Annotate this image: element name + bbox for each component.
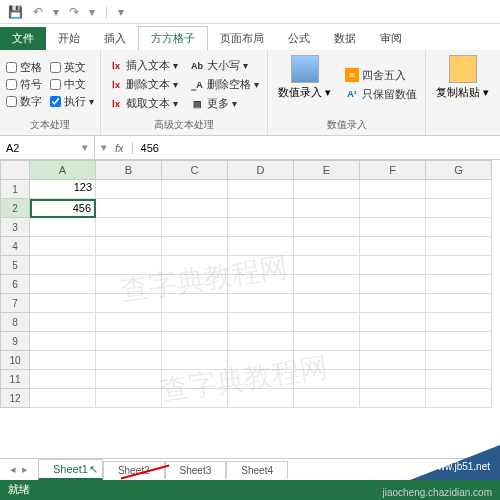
sheet-tab[interactable]: Sheet1↖ [38, 459, 103, 480]
row-header[interactable]: 4 [0, 237, 30, 256]
tab-data[interactable]: 数据 [322, 27, 368, 50]
cell[interactable]: 456 [30, 199, 96, 218]
chevron-down-icon[interactable]: ▾ [89, 5, 95, 19]
cell[interactable] [294, 332, 360, 351]
cell[interactable] [30, 389, 96, 408]
cell[interactable] [30, 351, 96, 370]
sheet-tab[interactable]: Sheet3 [165, 461, 227, 479]
cell[interactable] [30, 256, 96, 275]
row-header[interactable]: 6 [0, 275, 30, 294]
cell[interactable] [96, 370, 162, 389]
cell[interactable] [360, 180, 426, 199]
name-box[interactable]: A2▾ [0, 136, 95, 159]
btn-keep-numeric[interactable]: A¹只保留数值 [343, 86, 419, 103]
btn-extract-text[interactable]: Ⅰx截取文本 ▾ [107, 95, 180, 112]
btn-case[interactable]: Ab大小写 ▾ [188, 57, 261, 74]
cell[interactable] [96, 180, 162, 199]
cell[interactable] [96, 389, 162, 408]
cell[interactable] [426, 389, 492, 408]
cell[interactable] [360, 332, 426, 351]
cell[interactable] [426, 256, 492, 275]
btn-more[interactable]: ▤更多 ▾ [188, 95, 261, 112]
chk-english[interactable]: 英文 [50, 60, 94, 75]
col-header[interactable]: D [228, 160, 294, 180]
sheet-next-icon[interactable]: ▸ [22, 463, 28, 476]
chevron-down-icon[interactable]: ▾ [118, 5, 124, 19]
cell[interactable] [228, 332, 294, 351]
cell[interactable] [162, 218, 228, 237]
cell[interactable] [360, 370, 426, 389]
col-header[interactable]: F [360, 160, 426, 180]
row-header[interactable]: 5 [0, 256, 30, 275]
dropdown-icon[interactable]: ▾ [101, 141, 107, 154]
cell[interactable] [426, 370, 492, 389]
tab-home[interactable]: 开始 [46, 27, 92, 50]
row-header[interactable]: 12 [0, 389, 30, 408]
cell[interactable] [360, 389, 426, 408]
cell[interactable] [426, 294, 492, 313]
undo-icon[interactable]: ↶ [33, 5, 43, 19]
btn-round[interactable]: ≈四舍五入 [343, 67, 419, 84]
sheet-prev-icon[interactable]: ◂ [10, 463, 16, 476]
cell[interactable] [228, 218, 294, 237]
row-header[interactable]: 3 [0, 218, 30, 237]
cell[interactable]: 123 [30, 180, 96, 199]
chevron-down-icon[interactable]: ▾ [82, 141, 88, 154]
chk-chinese[interactable]: 中文 [50, 77, 94, 92]
tab-file[interactable]: 文件 [0, 27, 46, 50]
tab-review[interactable]: 审阅 [368, 27, 414, 50]
cell[interactable] [96, 199, 162, 218]
btn-insert-text[interactable]: Ⅰx插入文本 ▾ [107, 57, 180, 74]
cell[interactable] [426, 313, 492, 332]
cell[interactable] [30, 218, 96, 237]
cell[interactable] [30, 370, 96, 389]
tab-ffgz[interactable]: 方方格子 [138, 26, 208, 50]
row-header[interactable]: 7 [0, 294, 30, 313]
select-all-corner[interactable] [0, 160, 30, 180]
cell[interactable] [360, 237, 426, 256]
chk-execute[interactable]: 执行 ▾ [50, 94, 94, 109]
fx-icon[interactable]: fx [115, 142, 124, 154]
row-header[interactable]: 2 [0, 199, 30, 218]
cell[interactable] [294, 256, 360, 275]
cell[interactable] [294, 294, 360, 313]
cell[interactable] [294, 199, 360, 218]
cell[interactable] [96, 351, 162, 370]
row-header[interactable]: 11 [0, 370, 30, 389]
cell[interactable] [96, 332, 162, 351]
chevron-down-icon[interactable]: ▾ [53, 5, 59, 19]
cell[interactable] [162, 199, 228, 218]
cell[interactable] [294, 313, 360, 332]
cell[interactable] [228, 199, 294, 218]
chk-space[interactable]: 空格 [6, 60, 42, 75]
cell[interactable] [96, 237, 162, 256]
cell[interactable] [294, 218, 360, 237]
btn-numeric-input[interactable]: 数值录入 ▾ [274, 53, 335, 116]
cell[interactable] [30, 237, 96, 256]
cell[interactable] [30, 275, 96, 294]
cell[interactable] [360, 294, 426, 313]
cell[interactable] [294, 237, 360, 256]
cell[interactable] [30, 313, 96, 332]
cell[interactable] [360, 275, 426, 294]
cell[interactable] [228, 313, 294, 332]
btn-delete-text[interactable]: Ⅰx删除文本 ▾ [107, 76, 180, 93]
redo-icon[interactable]: ↷ [69, 5, 79, 19]
cell[interactable] [360, 313, 426, 332]
row-header[interactable]: 8 [0, 313, 30, 332]
chk-symbol[interactable]: 符号 [6, 77, 42, 92]
chk-number[interactable]: 数字 [6, 94, 42, 109]
cell[interactable] [30, 294, 96, 313]
row-header[interactable]: 9 [0, 332, 30, 351]
cell[interactable] [96, 313, 162, 332]
cell[interactable] [294, 389, 360, 408]
cell[interactable] [426, 180, 492, 199]
cell[interactable] [426, 275, 492, 294]
col-header[interactable]: C [162, 160, 228, 180]
row-header[interactable]: 10 [0, 351, 30, 370]
save-icon[interactable]: 💾 [8, 5, 23, 19]
cell[interactable] [426, 332, 492, 351]
row-header[interactable]: 1 [0, 180, 30, 199]
cell[interactable] [294, 180, 360, 199]
col-header[interactable]: A [30, 160, 96, 180]
